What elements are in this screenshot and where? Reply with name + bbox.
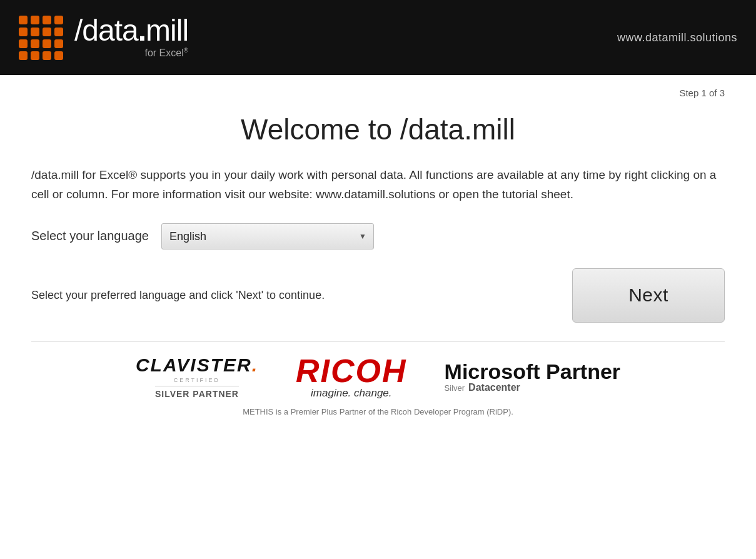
clavister-name: clavister.: [136, 355, 258, 376]
logo-area: /data.mill for Excel®: [19, 16, 188, 60]
partner-microsoft: Microsoft Partner Silver Datacenter: [445, 361, 621, 393]
bottom-hint: Select your preferred language and click…: [31, 289, 325, 302]
main-content: Step 1 of 3 Welcome to /data.mill /data.…: [0, 75, 756, 429]
welcome-title: Welcome to /data.mill: [31, 113, 725, 146]
step-indicator: Step 1 of 3: [679, 88, 725, 98]
partner-ricoh: RICOH imagine. change.: [296, 355, 407, 400]
microsoft-partner-label: Microsoft Partner: [445, 361, 621, 382]
language-select[interactable]: English German French Spanish: [161, 223, 374, 249]
bottom-row: Select your preferred language and click…: [31, 268, 725, 323]
website-url: www.datamill.solutions: [617, 31, 737, 44]
ricoh-tagline: imagine. change.: [311, 387, 391, 400]
logo-registered: ®: [184, 47, 188, 54]
app-header: /data.mill for Excel® www.datamill.solut…: [0, 0, 756, 75]
ricoh-name: RICOH: [296, 355, 407, 387]
partners-section: clavister. CERTIFIED SILVER PARTNER RICO…: [31, 341, 725, 400]
clavister-silver: SILVER PARTNER: [155, 386, 239, 399]
clavister-certified: CERTIFIED: [174, 377, 220, 383]
microsoft-silver: Silver: [445, 383, 465, 393]
language-label: Select your language: [31, 229, 149, 243]
next-button[interactable]: Next: [572, 268, 725, 323]
partner-clavister: clavister. CERTIFIED SILVER PARTNER: [136, 355, 258, 399]
welcome-description: /data.mill for Excel® supports you in yo…: [31, 165, 725, 204]
language-select-wrapper[interactable]: English German French Spanish: [161, 223, 374, 249]
language-row: Select your language English German Fren…: [31, 223, 725, 249]
logo-dots-icon: [19, 16, 63, 60]
partner-footer: METHIS is a Premier Plus Partner of the …: [31, 407, 725, 416]
microsoft-datacenter: Datacenter: [468, 382, 520, 393]
logo-subtext: for Excel®: [74, 47, 188, 59]
logo-name: /data.mill: [74, 16, 188, 46]
